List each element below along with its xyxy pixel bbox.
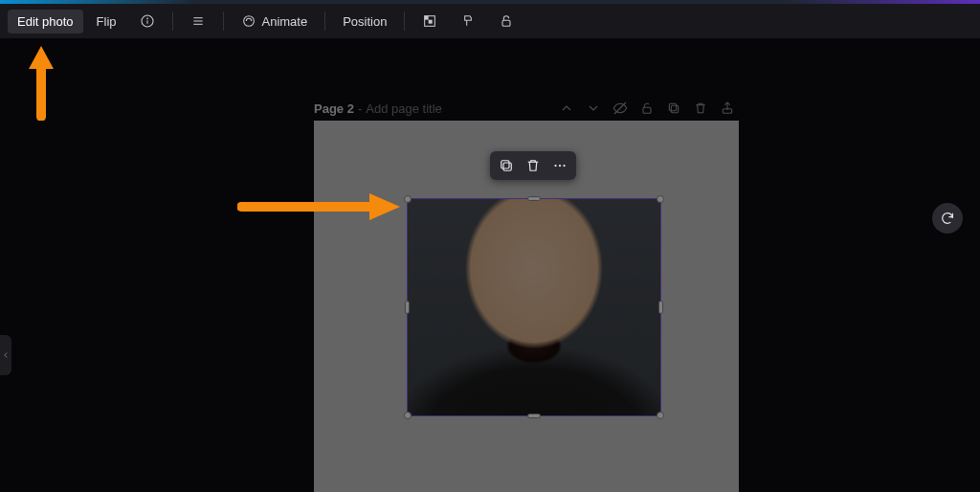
delete-page-button[interactable]	[689, 97, 712, 120]
page-down-button[interactable]	[582, 97, 605, 120]
lock-icon	[499, 13, 514, 29]
resize-handle-left[interactable]	[405, 301, 410, 314]
edit-photo-button[interactable]: Edit photo	[8, 10, 83, 34]
style-copy-icon	[460, 13, 476, 29]
resize-handle-bottom[interactable]	[527, 414, 541, 418]
resize-handle-tl[interactable]	[404, 195, 412, 203]
refresh-suggestions-button[interactable]	[932, 203, 963, 234]
flip-button[interactable]: Flip	[87, 10, 126, 34]
animate-button[interactable]: Animate	[232, 9, 318, 34]
svg-rect-14	[669, 103, 676, 110]
resize-handle-bl[interactable]	[404, 412, 412, 419]
svg-rect-8	[429, 20, 433, 24]
floating-quick-actions	[490, 151, 576, 180]
editor-stage: Page 2 - Add page title	[0, 38, 980, 492]
page-title-input[interactable]: Add page title	[366, 101, 442, 116]
transparency-button[interactable]	[412, 9, 447, 34]
selected-image[interactable]	[408, 199, 660, 415]
svg-point-19	[559, 165, 561, 167]
info-button[interactable]	[130, 9, 165, 34]
separator	[172, 11, 173, 31]
collapse-sidepanel-button[interactable]	[0, 335, 11, 375]
share-page-button[interactable]	[716, 97, 739, 120]
svg-rect-12	[643, 107, 651, 113]
page-label: Page 2	[314, 101, 354, 116]
info-icon	[140, 13, 155, 29]
svg-rect-13	[671, 105, 678, 112]
separator	[223, 11, 224, 31]
svg-rect-10	[502, 20, 510, 26]
page-dash: -	[358, 101, 362, 116]
list-button[interactable]	[181, 9, 215, 34]
lock-button[interactable]	[489, 9, 523, 34]
svg-point-6	[243, 16, 254, 27]
delete-button[interactable]	[524, 157, 542, 174]
svg-point-20	[563, 165, 565, 167]
svg-rect-17	[501, 161, 509, 168]
svg-point-2	[146, 18, 147, 19]
resize-handle-top[interactable]	[527, 196, 541, 201]
copy-button[interactable]	[498, 157, 515, 174]
svg-rect-7	[425, 16, 429, 20]
animate-icon	[241, 13, 256, 29]
page-header: Page 2 - Add page title	[314, 98, 739, 119]
selection-border	[408, 199, 660, 415]
resize-handle-tr[interactable]	[657, 195, 664, 203]
context-toolbar: Edit photo Flip Animate Position	[0, 4, 980, 38]
position-button[interactable]: Position	[333, 10, 396, 34]
svg-point-18	[554, 165, 556, 167]
style-copy-button[interactable]	[451, 9, 485, 34]
unlock-page-button[interactable]	[635, 97, 658, 120]
separator	[404, 11, 405, 31]
page-up-button[interactable]	[555, 97, 578, 120]
transparency-icon	[422, 13, 437, 29]
resize-handle-right[interactable]	[658, 301, 663, 314]
duplicate-page-button[interactable]	[662, 97, 685, 120]
svg-rect-16	[503, 163, 511, 170]
more-button[interactable]	[551, 157, 568, 174]
resize-handle-br[interactable]	[657, 412, 664, 419]
list-icon	[190, 13, 206, 29]
separator	[324, 11, 325, 31]
hide-page-button[interactable]	[609, 97, 632, 120]
